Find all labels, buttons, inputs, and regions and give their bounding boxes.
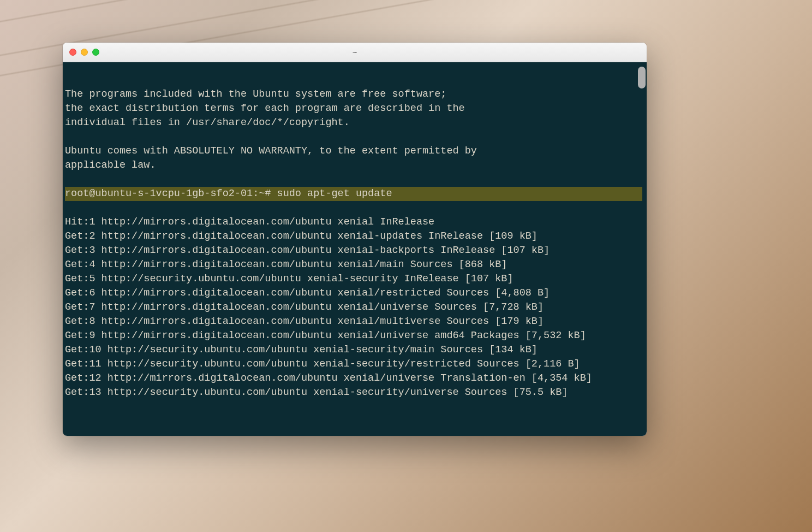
terminal-output-line: Hit:1 http://mirrors.digitalocean.com/ub… [65, 216, 434, 228]
terminal-output-line: Get:5 http://security.ubuntu.com/ubuntu … [65, 273, 514, 285]
terminal-output-line: Get:2 http://mirrors.digitalocean.com/ub… [65, 230, 538, 242]
minimize-button[interactable] [81, 49, 88, 56]
terminal-output-line: individual files in /usr/share/doc/*/cop… [65, 117, 350, 128]
terminal-output-line: Get:7 http://mirrors.digitalocean.com/ub… [65, 302, 544, 313]
terminal-output-line: the exact distribution terms for each pr… [65, 103, 465, 114]
terminal-window: ~ The programs included with the Ubuntu … [63, 43, 647, 436]
terminal-output-line: Get:3 http://mirrors.digitalocean.com/ub… [65, 245, 550, 256]
terminal-output-line: Get:8 http://mirrors.digitalocean.com/ub… [65, 316, 544, 327]
terminal-output-line: Get:10 http://security.ubuntu.com/ubuntu… [65, 344, 538, 356]
terminal-output-line: The programs included with the Ubuntu sy… [65, 88, 446, 100]
close-button[interactable] [69, 49, 76, 56]
terminal-prompt-line: root@ubuntu-s-1vcpu-1gb-sfo2-01:~# sudo … [65, 187, 642, 201]
terminal-output-line: Get:12 http://mirrors.digitalocean.com/u… [65, 373, 592, 384]
terminal-output-line: Get:9 http://mirrors.digitalocean.com/ub… [65, 330, 586, 341]
traffic-lights [69, 49, 99, 56]
zoom-button[interactable] [92, 49, 99, 56]
window-title-bar[interactable]: ~ [63, 43, 647, 62]
terminal-output-line: Get:11 http://security.ubuntu.com/ubuntu… [65, 358, 580, 370]
terminal-output-line: Get:13 http://security.ubuntu.com/ubuntu… [65, 387, 568, 398]
terminal-output-line: Get:6 http://mirrors.digitalocean.com/ub… [65, 287, 550, 299]
terminal-output-line: Ubuntu comes with ABSOLUTELY NO WARRANTY… [65, 145, 477, 157]
window-title: ~ [353, 48, 357, 57]
terminal-output-line: applicable law. [65, 159, 156, 171]
scrollbar-thumb[interactable] [638, 67, 646, 88]
terminal-content[interactable]: The programs included with the Ubuntu sy… [63, 73, 647, 400]
terminal-output-line: Get:4 http://mirrors.digitalocean.com/ub… [65, 259, 507, 270]
terminal-body[interactable]: The programs included with the Ubuntu sy… [63, 62, 647, 436]
